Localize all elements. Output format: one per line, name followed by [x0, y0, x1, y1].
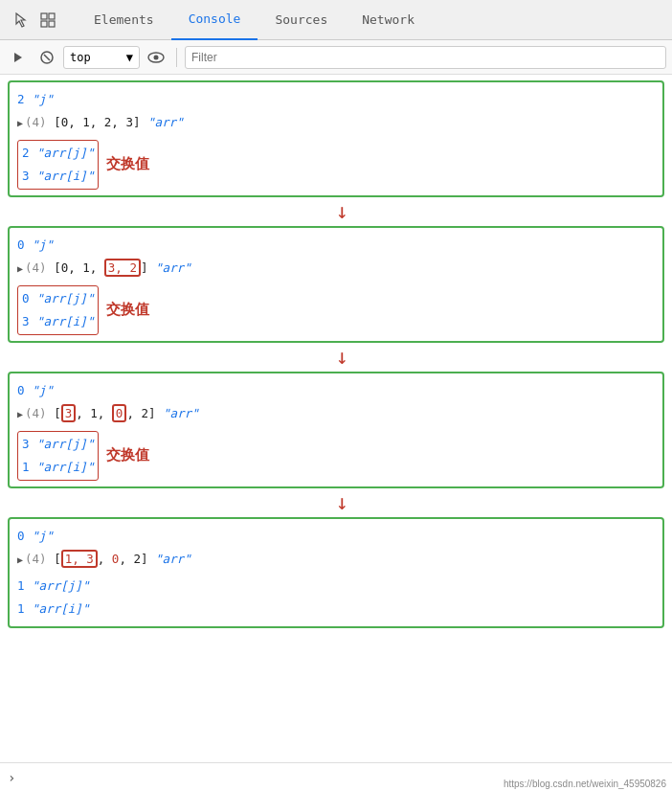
expand-s1-2[interactable]: ▶ — [17, 116, 23, 131]
dropdown-arrow: ▼ — [126, 51, 133, 64]
arr-name-s3: "arr" — [163, 404, 199, 423]
line-s1-1: 2 "j" — [17, 88, 655, 111]
tab-bar: Elements Console Sources Network — [77, 0, 664, 40]
arr-vals-s1-2: [0, 1, 2, 3] — [54, 113, 147, 132]
console-section-1: 2 "j" ▶ (4) [0, 1, 2, 3] "arr" 2 "arr[j]… — [8, 80, 664, 197]
filter-input[interactable] — [185, 46, 666, 69]
line-s4-3: 1 "arr[j]" — [17, 575, 655, 598]
box-line-s3-1: 3 "arr[j]" — [22, 433, 94, 456]
exchange-label-s2: 交换值 — [106, 301, 149, 319]
arrow-s2-s3: ↓ — [335, 347, 347, 368]
svg-rect-3 — [49, 21, 55, 27]
box-line-s2-1: 0 "arr[j]" — [22, 287, 94, 310]
num-s4-1: 0 — [17, 527, 32, 546]
clear-button[interactable] — [34, 45, 59, 70]
arr-h1-s3: 3 — [61, 404, 77, 422]
console-content: 2 "j" ▶ (4) [0, 1, 2, 3] "arr" 2 "arr[j]… — [0, 75, 672, 762]
line-s1-2: ▶ (4) [0, 1, 2, 3] "arr" — [17, 111, 655, 134]
box-line-s1-2: 3 "arr[i]" — [22, 165, 94, 188]
arr-prefix-s2: [0, 1, — [54, 259, 104, 278]
svg-point-8 — [154, 55, 159, 59]
expand-s2-2[interactable]: ▶ — [17, 261, 23, 277]
cursor-icon[interactable] — [8, 7, 34, 34]
context-value: top — [70, 51, 91, 64]
box-line-s3-2: 1 "arr[i]" — [22, 456, 94, 479]
num-s2-1: 0 — [17, 236, 32, 255]
line-s4-2: ▶ (4) [ 1, 3 , 0 , 2] "arr" — [17, 548, 655, 571]
exchange-label-s1: 交换值 — [106, 155, 149, 173]
arr-box-s2: 0 "arr[j]" 3 "arr[i]" — [17, 285, 99, 335]
top-toolbar: Elements Console Sources Network — [0, 0, 672, 40]
line-s4-4: 1 "arr[i]" — [17, 598, 655, 621]
arrow-s3-s4: ↓ — [335, 492, 347, 513]
arr-label-s2-2: (4) — [25, 259, 54, 278]
tab-console[interactable]: Console — [171, 0, 258, 40]
arr-box-s3: 3 "arr[j]" 1 "arr[i]" — [17, 431, 99, 481]
arr-highlighted-s4: 1, 3 — [61, 550, 98, 568]
console-section-2: 0 "j" ▶ (4) [0, 1, 3, 2 ] "arr" 0 "arr[j… — [8, 226, 664, 343]
arr-name-s4: "arr" — [155, 550, 191, 569]
eye-icon[interactable] — [144, 45, 168, 70]
line-s2-2: ▶ (4) [0, 1, 3, 2 ] "arr" — [17, 257, 655, 280]
tab-network[interactable]: Network — [345, 0, 432, 40]
separator — [176, 48, 177, 67]
svg-rect-1 — [49, 13, 55, 19]
line-s2-1: 0 "j" — [17, 234, 655, 257]
box-line-s2-2: 3 "arr[i]" — [22, 310, 94, 333]
expand-s3-2[interactable]: ▶ — [17, 407, 23, 422]
svg-marker-4 — [14, 53, 22, 62]
str-s4-1: "j" — [32, 527, 54, 546]
line-s3-1: 0 "j" — [17, 379, 655, 402]
context-selector[interactable]: top ▼ — [63, 46, 140, 69]
arr-label-s1-2: (4) — [25, 113, 54, 132]
watermark: https://blog.csdn.net/weixin_45950826 — [504, 779, 666, 789]
arr-name-s1-2: "arr" — [147, 113, 184, 132]
arr-highlighted-s2: 3, 2 — [104, 259, 141, 277]
arr-box-s1: 2 "arr[j]" 3 "arr[i]" — [17, 140, 99, 190]
str-s2-1: "j" — [32, 236, 54, 255]
exchange-label-s3: 交换值 — [106, 446, 149, 464]
prompt-icon: › — [8, 770, 15, 785]
line-s4-1: 0 "j" — [17, 525, 655, 548]
num-s1-1: 2 — [17, 90, 32, 109]
tab-sources[interactable]: Sources — [258, 0, 345, 40]
second-toolbar: top ▼ — [0, 40, 672, 75]
console-section-4: 0 "j" ▶ (4) [ 1, 3 , 0 , 2] "arr" 1 "arr… — [8, 517, 664, 628]
tab-elements[interactable]: Elements — [77, 0, 171, 40]
svg-rect-0 — [41, 13, 47, 19]
num-s3-1: 0 — [17, 381, 32, 400]
box-line-s1-1: 2 "arr[j]" — [22, 142, 94, 165]
arr-label-s3-2: (4) — [25, 404, 54, 423]
str-s1-1: "j" — [32, 90, 54, 109]
arr-h2-s3: 0 — [112, 404, 127, 422]
execute-button[interactable] — [6, 45, 31, 70]
arr-name-s2: "arr" — [155, 259, 191, 278]
expand-s4-2[interactable]: ▶ — [17, 553, 23, 568]
arr-label-s4-2: (4) — [25, 550, 54, 569]
console-section-3: 0 "j" ▶ (4) [ 3 , 1, 0 , 2] "arr" 3 "arr… — [8, 372, 664, 488]
svg-rect-2 — [41, 21, 47, 27]
inspect-icon[interactable] — [34, 7, 61, 34]
svg-line-6 — [44, 55, 50, 60]
str-s3-1: "j" — [32, 381, 54, 400]
line-s3-2: ▶ (4) [ 3 , 1, 0 , 2] "arr" — [17, 402, 655, 425]
arrow-s1-s2: ↓ — [335, 201, 347, 222]
